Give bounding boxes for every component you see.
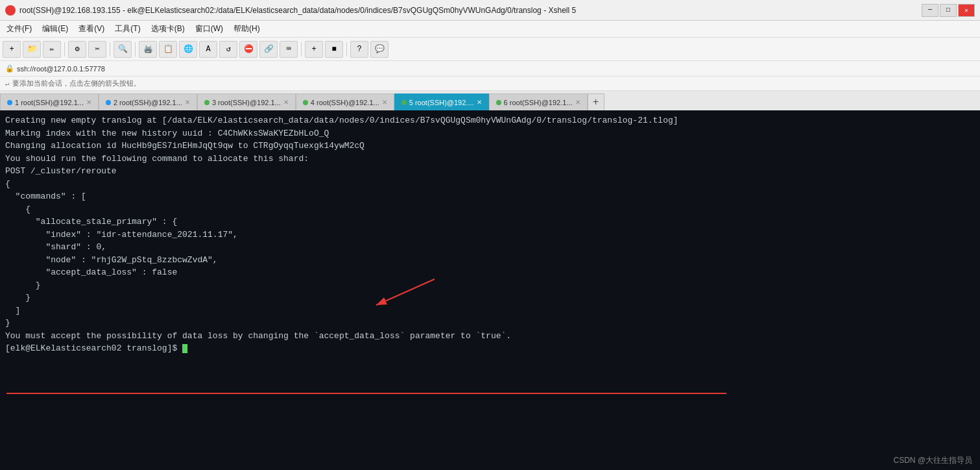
minimize-button[interactable]: ─: [922, 4, 938, 17]
tab-2[interactable]: 2 root(SSH)@192.1...✕: [99, 93, 197, 110]
menu-help[interactable]: 帮助(H): [230, 22, 264, 36]
terminal-line-8: "commands" : [: [5, 190, 975, 203]
infobar-text: 要添加当前会话，点击左侧的箭头按钮。: [12, 79, 141, 88]
tab-4[interactable]: 4 root(SSH)@192.1...✕: [296, 93, 394, 110]
tab-dot-3: [204, 100, 209, 105]
tab-label-4: 4 root(SSH)@192.1...: [311, 99, 379, 106]
terminal-line-11: "index" : "idr-attendance_2021.11.17",: [5, 229, 975, 241]
tabbar: 1 root(SSH)@192.1...✕2 root(SSH)@192.1..…: [0, 91, 980, 110]
tab-dot-1: [7, 100, 12, 105]
tab-label-3: 3 root(SSH)@192.1...: [212, 99, 281, 106]
tab-dot-5: [401, 100, 407, 105]
tab-close-6[interactable]: ✕: [575, 99, 580, 106]
btn11[interactable]: ↺: [219, 41, 237, 58]
terminal-line-0: Creating new empty translog at [/data/EL…: [5, 114, 975, 127]
btn17[interactable]: ?: [350, 41, 368, 58]
terminal-line-2: Changing allocation id HucHb9gES7inEHmJq…: [5, 140, 975, 153]
tab-close-2[interactable]: ✕: [185, 99, 190, 106]
tab-dot-4: [303, 100, 308, 105]
terminal-line-4: You should run the following command to …: [5, 153, 975, 166]
menu-tools[interactable]: 工具(T): [111, 22, 144, 36]
arrow-icon: ↵: [5, 79, 10, 88]
btn13[interactable]: 🔗: [259, 41, 278, 58]
terminal-line-20: You must accept the possibility of data …: [5, 330, 975, 343]
tab-close-4[interactable]: ✕: [382, 99, 387, 106]
toolbar: + 📁 ✏️ ⚙️ ✂️ 🔍 🖨️ 📋 🌐 A ↺ ⛔ 🔗 ⌨️ + ■ ? 💬: [0, 38, 980, 61]
btn6[interactable]: 🔍: [114, 41, 132, 58]
btn3[interactable]: ✏️: [43, 41, 61, 58]
btn8[interactable]: 📋: [159, 41, 177, 58]
btn18[interactable]: 💬: [370, 41, 388, 58]
sep4: [301, 42, 302, 56]
menu-view[interactable]: 查看(V): [75, 22, 108, 36]
menu-window[interactable]: 窗口(W): [191, 22, 227, 36]
sep3: [135, 42, 136, 56]
tab-close-1[interactable]: ✕: [86, 99, 91, 106]
menu-edit[interactable]: 编辑(E): [38, 22, 72, 36]
btn10[interactable]: A: [199, 41, 217, 58]
btn9[interactable]: 🌐: [179, 41, 197, 58]
btn12[interactable]: ⛔: [239, 41, 257, 58]
tab-6[interactable]: 6 root(SSH)@192.1...✕: [489, 93, 588, 110]
watermark: CSDN @大往生指导员: [893, 455, 972, 466]
btn14[interactable]: ⌨️: [280, 41, 298, 58]
terminal-line-13: "node" : "rhjG2W_pStq_8zzbcwZvdA",: [5, 254, 975, 267]
tab-label-6: 6 root(SSH)@192.1...: [504, 99, 573, 106]
maximize-button[interactable]: □: [940, 4, 957, 17]
new-session-button[interactable]: +: [3, 41, 21, 58]
sep5: [346, 42, 347, 56]
terminal-line-10: "allocate_stale_primary" : {: [5, 216, 975, 229]
terminal-line-14: "accept_data_loss" : false: [5, 266, 975, 279]
terminal[interactable]: Creating new empty translog at [/data/EL…: [0, 110, 980, 470]
terminal-line-16: }: [5, 291, 975, 304]
close-button[interactable]: ✕: [958, 4, 975, 17]
tab-1[interactable]: 1 root(SSH)@192.1...✕: [0, 93, 99, 110]
sep2: [110, 42, 110, 56]
terminal-line-1: Marking index with the new history uuid …: [5, 127, 975, 140]
btn5[interactable]: ✂️: [88, 41, 106, 58]
terminal-line-15: }: [5, 279, 975, 292]
btn16[interactable]: ■: [325, 41, 343, 58]
app-icon: [5, 5, 16, 16]
titlebar-text: root(SSH)@192.168.193.155 - elk@ELKelast…: [19, 6, 922, 15]
tab-label-1: 1 root(SSH)@192.1...: [15, 99, 84, 106]
tab-close-5[interactable]: ✕: [477, 99, 482, 106]
lock-icon: 🔒: [5, 64, 14, 73]
terminal-line-17: ]: [5, 304, 975, 317]
terminal-line-9: {: [5, 203, 975, 216]
tab-3[interactable]: 3 root(SSH)@192.1...✕: [197, 93, 296, 110]
open-button[interactable]: 📁: [23, 41, 41, 58]
terminal-line-12: "shard" : 0,: [5, 241, 975, 254]
tab-5[interactable]: 5 root(SSH)@192....✕: [394, 93, 489, 110]
sep1: [64, 42, 65, 56]
tab-label-2: 2 root(SSH)@192.1...: [114, 99, 182, 106]
btn4[interactable]: ⚙️: [68, 41, 86, 58]
terminal-cursor: [182, 344, 187, 353]
menu-tabs[interactable]: 选项卡(B): [147, 22, 189, 36]
infobar: ↵ 要添加当前会话，点击左侧的箭头按钮。: [0, 77, 980, 91]
window-controls: ─ □ ✕: [922, 4, 975, 17]
btn15[interactable]: +: [305, 41, 323, 58]
terminal-line-22: [elk@ELKelasticsearch02 translog]$: [5, 342, 975, 355]
titlebar: root(SSH)@192.168.193.155 - elk@ELKelast…: [0, 0, 980, 21]
address-text: ssh://root@127.0.0.1:57778: [17, 65, 105, 73]
terminal-output: Creating new empty translog at [/data/EL…: [5, 114, 975, 355]
menubar: 文件(F) 编辑(E) 查看(V) 工具(T) 选项卡(B) 窗口(W) 帮助(…: [0, 21, 980, 38]
tab-label-5: 5 root(SSH)@192....: [409, 99, 474, 106]
terminal-line-7: {: [5, 178, 975, 191]
addressbar: 🔒 ssh://root@127.0.0.1:57778: [0, 61, 980, 77]
btn7[interactable]: 🖨️: [139, 41, 157, 58]
tab-add-button[interactable]: +: [588, 93, 604, 110]
menu-file[interactable]: 文件(F): [3, 22, 36, 36]
terminal-line-18: }: [5, 317, 975, 330]
tab-dot-2: [106, 100, 111, 105]
tab-close-3[interactable]: ✕: [283, 99, 289, 106]
terminal-line-6: POST /_cluster/reroute: [5, 165, 975, 178]
tab-dot-6: [496, 100, 501, 105]
